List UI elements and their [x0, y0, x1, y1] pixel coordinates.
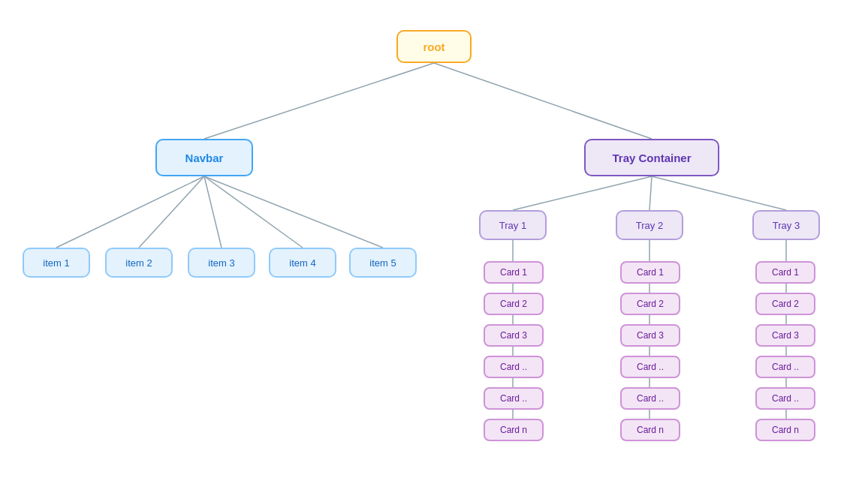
tray-container-node: Tray Container — [584, 139, 719, 176]
svg-line-0 — [204, 63, 434, 139]
root-label: root — [423, 41, 445, 53]
tray3-card-5-label: Card .. — [772, 393, 799, 404]
tray3-card-4: Card .. — [755, 356, 815, 378]
navbar-item-1: item 1 — [23, 248, 90, 278]
svg-line-3 — [139, 176, 204, 248]
tray2-card-5: Card .. — [620, 387, 680, 410]
tray2-card-4: Card .. — [620, 356, 680, 378]
svg-line-5 — [204, 176, 303, 248]
tray3-card-6-label: Card n — [772, 425, 799, 435]
tray1-card-6: Card n — [484, 419, 544, 441]
tray-3-node: Tray 3 — [752, 210, 820, 240]
tray3-card-3-label: Card 3 — [772, 330, 799, 341]
tray2-card-2-label: Card 2 — [637, 299, 664, 309]
tray2-card-4-label: Card .. — [637, 362, 664, 372]
tray3-card-3: Card 3 — [755, 324, 815, 347]
tray1-card-5-label: Card .. — [500, 393, 527, 404]
tray-1-label: Tray 1 — [499, 220, 526, 231]
tray2-card-2: Card 2 — [620, 293, 680, 315]
tray-1-node: Tray 1 — [479, 210, 547, 240]
tray3-card-4-label: Card .. — [772, 362, 799, 372]
item-5-label: item 5 — [369, 257, 396, 269]
tray3-card-1: Card 1 — [755, 261, 815, 284]
tray1-card-2: Card 2 — [484, 293, 544, 315]
item-4-label: item 4 — [289, 257, 315, 269]
tray2-card-3-label: Card 3 — [637, 330, 664, 341]
svg-line-2 — [56, 176, 204, 248]
tray1-card-5: Card .. — [484, 387, 544, 410]
tray1-card-6-label: Card n — [500, 425, 527, 435]
tray1-card-4-label: Card .. — [500, 362, 527, 372]
tray3-card-6: Card n — [755, 419, 815, 441]
tray3-card-2-label: Card 2 — [772, 299, 799, 309]
svg-line-7 — [513, 176, 652, 210]
navbar-label: Navbar — [185, 152, 224, 164]
tray2-card-1: Card 1 — [620, 261, 680, 284]
navbar-item-5: item 5 — [349, 248, 417, 278]
tray1-card-3: Card 3 — [484, 324, 544, 347]
svg-line-1 — [434, 63, 652, 139]
tray1-card-2-label: Card 2 — [500, 299, 527, 309]
tray1-card-4: Card .. — [484, 356, 544, 378]
navbar-item-2: item 2 — [105, 248, 173, 278]
tray2-card-5-label: Card .. — [637, 393, 664, 404]
navbar-node: Navbar — [155, 139, 253, 176]
root-node: root — [396, 30, 472, 63]
tray3-card-2: Card 2 — [755, 293, 815, 315]
navbar-item-4: item 4 — [269, 248, 336, 278]
svg-line-9 — [652, 176, 786, 210]
tray1-card-1-label: Card 1 — [500, 267, 527, 278]
tray3-card-5: Card .. — [755, 387, 815, 410]
svg-line-4 — [204, 176, 222, 248]
tray2-card-6: Card n — [620, 419, 680, 441]
svg-line-8 — [649, 176, 652, 210]
tray-3-label: Tray 3 — [773, 220, 800, 231]
item-2-label: item 2 — [125, 257, 152, 269]
tray1-card-1: Card 1 — [484, 261, 544, 284]
tray2-card-6-label: Card n — [637, 425, 664, 435]
tray1-card-3-label: Card 3 — [500, 330, 527, 341]
tray2-card-1-label: Card 1 — [637, 267, 664, 278]
svg-line-6 — [204, 176, 383, 248]
item-1-label: item 1 — [43, 257, 69, 269]
tray-2-label: Tray 2 — [636, 220, 663, 231]
navbar-item-3: item 3 — [188, 248, 255, 278]
tray3-card-1-label: Card 1 — [772, 267, 799, 278]
tray2-card-3: Card 3 — [620, 324, 680, 347]
item-3-label: item 3 — [208, 257, 234, 269]
tray-container-label: Tray Container — [612, 152, 691, 164]
tray-2-node: Tray 2 — [616, 210, 683, 240]
